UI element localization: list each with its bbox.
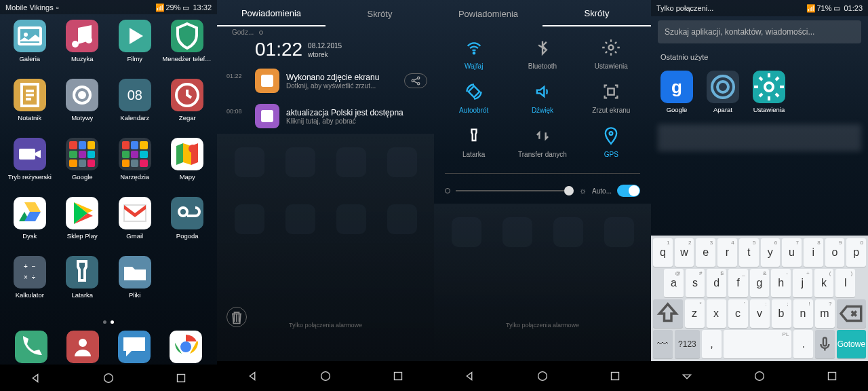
app-mapy[interactable]: Mapy <box>162 138 214 194</box>
key-z[interactable]: *z <box>685 299 705 328</box>
recent-button[interactable] <box>391 369 406 384</box>
key-p[interactable]: 0p <box>846 238 866 267</box>
auto-brightness-toggle[interactable] <box>617 185 640 197</box>
app-kalkulator[interactable]: +−×÷Kalkulator <box>4 256 56 312</box>
share-button[interactable] <box>404 73 427 88</box>
recent-button[interactable] <box>825 369 840 384</box>
key-b[interactable]: ;b <box>772 299 791 328</box>
key-g[interactable]: &g <box>750 269 770 297</box>
app-phone[interactable] <box>15 331 47 363</box>
key-w[interactable]: 2w <box>675 238 694 267</box>
home-button[interactable] <box>318 369 333 384</box>
torch-icon <box>465 126 484 145</box>
app-tryb-reżyserski[interactable]: Tryb reżyserski <box>4 138 56 194</box>
key-m[interactable]: ?m <box>815 299 835 328</box>
app-google[interactable]: Google <box>57 138 108 194</box>
svg-point-35 <box>755 372 764 381</box>
app-contacts[interactable] <box>66 331 99 363</box>
key-o[interactable]: 9o <box>825 238 845 267</box>
app-aparat[interactable]: Aparat <box>707 71 739 113</box>
app-zegar[interactable]: Zegar <box>162 79 214 135</box>
key-d[interactable]: $d <box>707 269 726 297</box>
app-dysk[interactable]: Dysk <box>4 197 56 253</box>
key-q[interactable]: 1q <box>653 238 673 267</box>
app-chrome[interactable] <box>170 331 202 363</box>
tab-shortcuts[interactable]: Skróty <box>542 1 651 26</box>
key-h[interactable]: -h <box>771 269 791 297</box>
search-box[interactable] <box>658 20 861 43</box>
tab-shortcuts[interactable]: Skróty <box>326 2 434 26</box>
key-period[interactable]: . <box>793 330 813 358</box>
space-key[interactable]: PL <box>724 330 792 358</box>
qs-ustawienia[interactable]: Ustawienia <box>577 38 646 70</box>
backspace-key[interactable] <box>837 299 867 328</box>
swype-key[interactable]: 〰 <box>653 330 673 358</box>
app-narzędzia[interactable]: Narzędzia <box>109 138 161 194</box>
status-bar: Mobile Vikings ▫ 📶 29% ▭ 13:32 <box>0 0 217 14</box>
qs-autoobrót[interactable]: Autoobrót <box>439 82 508 114</box>
app-motywy[interactable]: Motywy <box>57 79 108 135</box>
key-n[interactable]: !n <box>793 299 813 328</box>
recent-button[interactable] <box>608 369 623 384</box>
tab-notifications[interactable]: Powiadomienia <box>217 1 326 26</box>
mic-key[interactable] <box>815 330 835 358</box>
app-messages[interactable] <box>118 331 151 363</box>
search-input[interactable] <box>665 27 854 37</box>
app-label: Muzyka <box>71 55 94 62</box>
key-x[interactable]: x <box>707 299 726 328</box>
qs-wajfaj[interactable]: Wajfaj <box>439 38 508 70</box>
hide-keyboard-button[interactable] <box>679 369 694 384</box>
done-key[interactable]: Gotowe <box>837 330 866 358</box>
qs-zrzut-ekranu[interactable]: Zrzut ekranu <box>577 82 646 114</box>
home-button[interactable] <box>752 369 767 384</box>
key-f[interactable]: _f <box>728 269 748 297</box>
home-button[interactable] <box>535 369 550 384</box>
back-button[interactable] <box>245 369 260 384</box>
app-pliki[interactable]: Pliki <box>109 256 161 312</box>
key-comma[interactable]: , <box>702 330 722 358</box>
tab-notifications[interactable]: Powiadomienia <box>434 2 542 26</box>
qs-bluetooth[interactable]: Bluetooth <box>508 38 576 70</box>
qs-dźwięk[interactable]: Dźwięk <box>508 82 576 114</box>
key-t[interactable]: 5t <box>739 238 759 267</box>
app-google[interactable]: gGoogle <box>660 71 693 113</box>
qs-transfer-danych[interactable]: Transfer danych <box>508 126 576 158</box>
app-ustawienia[interactable]: Ustawienia <box>753 71 785 113</box>
shift-key[interactable] <box>653 299 683 328</box>
home-button[interactable] <box>101 371 116 386</box>
app-sklep-play[interactable]: Sklep Play <box>57 197 108 253</box>
app-filmy[interactable]: Filmy <box>109 20 161 76</box>
key-r[interactable]: 4r <box>717 238 737 267</box>
app-muzyka[interactable]: Muzyka <box>57 20 108 76</box>
app-pogoda[interactable]: Pogoda <box>162 197 214 253</box>
brightness-slider[interactable] <box>456 190 574 191</box>
back-button[interactable] <box>462 369 477 384</box>
symbols-key[interactable]: ?123 <box>675 330 700 358</box>
notification-item[interactable]: 01:22 Wykonano zdjęcie ekranu Dotknij, a… <box>217 63 434 98</box>
key-l[interactable]: )l <box>835 269 855 297</box>
key-a[interactable]: @a <box>664 269 684 297</box>
key-e[interactable]: 3e <box>696 238 715 267</box>
app-latarka[interactable]: Latarka <box>57 256 108 312</box>
app-kalendarz[interactable]: 08Kalendarz <box>109 79 161 135</box>
key-k[interactable]: (k <box>814 269 834 297</box>
key-s[interactable]: #s <box>686 269 705 297</box>
key-y[interactable]: 6y <box>761 238 781 267</box>
battery-icon: ▭ <box>182 3 191 12</box>
sound-icon <box>533 82 552 101</box>
app-gmail[interactable]: Gmail <box>109 197 161 253</box>
recent-button[interactable] <box>174 371 189 386</box>
app-galeria[interactable]: Galeria <box>4 20 56 76</box>
key-v[interactable]: :v <box>750 299 770 328</box>
key-c[interactable]: 'c <box>728 299 748 328</box>
qs-gps[interactable]: GPS <box>577 126 646 158</box>
qs-latarka[interactable]: Latarka <box>439 126 508 158</box>
app-notatnik[interactable]: Notatnik <box>4 79 56 135</box>
key-u[interactable]: 7u <box>782 238 802 267</box>
key-j[interactable]: +j <box>793 269 812 297</box>
back-button[interactable] <box>28 371 43 386</box>
key-i[interactable]: 8i <box>804 238 823 267</box>
app-menedżer-telefonu[interactable]: Menedżer telefonu <box>162 20 214 76</box>
notification-item[interactable]: 00:08 aktualizacja Polski jest dostępna … <box>217 98 434 134</box>
calc-icon: +−×÷ <box>14 256 46 288</box>
